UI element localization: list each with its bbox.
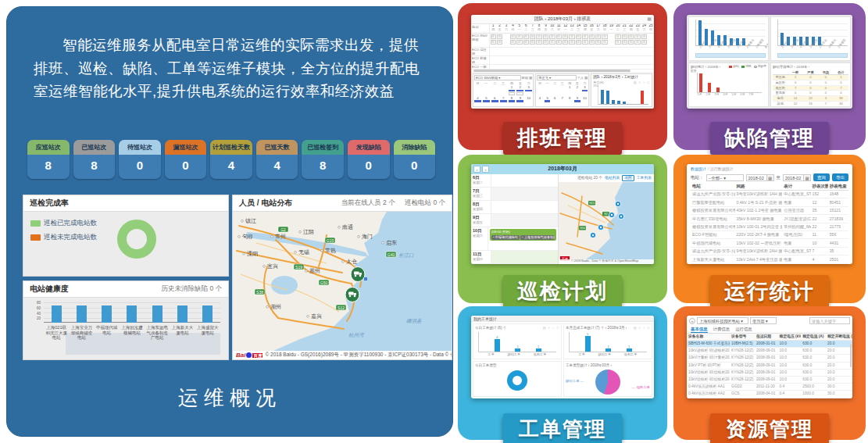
shift-chip[interactable]: 白 xyxy=(569,40,574,45)
tile-plan[interactable]: ‹›2018年03月6日星期二7日星期三8日星期四9日星期五10日星期六(08:… xyxy=(458,155,667,303)
mini-cal-day[interactable]: 7 xyxy=(499,96,508,107)
table-row[interactable]: 10kV计量柜 I段计量柜202KYN28-12(Z)2008-09-0110.… xyxy=(687,355,852,362)
tile-stats[interactable]: 数据统计/ 运行数据统计电站：--全部-- ▾2018-02▦至2018-02▦… xyxy=(673,155,866,303)
query-button[interactable]: 查询 xyxy=(813,173,830,181)
card-title[interactable]: 今日工单统计 (6) 个 xyxy=(475,326,506,330)
date-input-from[interactable]: 2018-02▦ xyxy=(746,174,774,181)
plan-day-row[interactable]: 10日星期六(08:00 开始)• 中福现代城电站• 上海东远电气设备制造厂电站 xyxy=(471,227,558,251)
export-button[interactable]: 导出 xyxy=(832,173,848,181)
chart-tool-icons[interactable]: ▤ ≡ ○ □ xyxy=(634,326,650,330)
mini-cal-day[interactable]: 3 xyxy=(524,85,533,96)
plan-day-row[interactable]: 9日星期五 xyxy=(471,214,558,227)
station-select[interactable]: --全部-- ▾ xyxy=(706,174,744,181)
shift-chip[interactable]: 白 xyxy=(523,34,529,39)
station-marker[interactable] xyxy=(590,232,595,238)
tile-schedule[interactable]: 团队 ‹ 2018年03月 › 排班表▦电站1四2五3六4日5一6二7三8四9五… xyxy=(458,3,667,150)
shift-chip[interactable]: 白 xyxy=(595,40,601,45)
shift-chip[interactable]: 白 xyxy=(595,34,601,39)
shift-chip[interactable]: 白 xyxy=(569,34,574,39)
shift-chip[interactable]: 白 xyxy=(582,34,588,39)
calendar-icon[interactable]: ▦ xyxy=(529,76,532,80)
menu-icon[interactable]: ≡ xyxy=(689,318,695,324)
shift-chip[interactable]: 白 xyxy=(510,34,516,39)
shift-chip[interactable]: 白 xyxy=(622,40,627,45)
plan-tab-1[interactable]: 地图 xyxy=(622,175,634,181)
shift-chip[interactable]: 白 xyxy=(491,40,496,45)
vehicle-marker[interactable] xyxy=(351,267,365,282)
shift-chip[interactable]: 白 xyxy=(543,40,548,45)
nav-button[interactable]: › xyxy=(482,166,489,173)
mini-cal-day[interactable]: 4 xyxy=(536,96,544,107)
mini-cal-day[interactable]: 6 xyxy=(491,96,499,107)
event-chip[interactable]: • 上海东远电气设备制造厂电站 xyxy=(520,235,555,240)
mini-cal-day[interactable]: 5 xyxy=(482,96,491,107)
mini-cal-day[interactable]: 7 xyxy=(559,96,566,107)
shift-chip[interactable]: 白 xyxy=(582,40,588,45)
plan-map[interactable]: G15G50S2百度© 2018 Baidu - Data © 长地万方 & O… xyxy=(559,182,654,264)
shift-chip[interactable]: 白 xyxy=(641,40,647,45)
shift-chip[interactable]: 白 xyxy=(628,40,634,45)
mini-cal-day[interactable]: 6 xyxy=(551,96,559,107)
shift-chip[interactable]: 白 xyxy=(576,34,581,39)
shift-chip[interactable]: 白 xyxy=(576,40,581,45)
card-title[interactable]: 本月完成工单统计 (7) 个 ‹ 2018年3月 › xyxy=(566,326,627,330)
table-row[interactable]: 10kV PT柜 I段PT柜KYN28-12(Z)2008-09-0110.06… xyxy=(687,363,852,370)
shift-chip[interactable]: 白 xyxy=(563,40,568,45)
shift-chip[interactable]: 白 xyxy=(615,40,620,45)
tile-defect[interactable]: 上海021上海宝业中福现代上海冠泓上海东远上海新天上海盛贸其他站上海021上海宝… xyxy=(673,3,866,150)
datazoom-band[interactable] xyxy=(695,53,766,58)
event-chip[interactable]: • 中福现代城电站 xyxy=(491,235,520,240)
shift-chip[interactable]: 白 xyxy=(563,34,568,39)
table-row[interactable]: 诚达九州产业园-安亭小路电站9号变10kV进线柜 1AH 侧电量中心配电室_ST… xyxy=(691,191,848,198)
table-row[interactable]: 10kV馈线柜 I段馈线柜203KYN28-12(Z)2008-09-0110.… xyxy=(687,370,852,377)
shift-chip[interactable]: 白 xyxy=(510,40,516,45)
mini-cal-day[interactable]: 9 xyxy=(516,96,524,107)
mini-cal-day[interactable]: 8 xyxy=(508,96,516,107)
plan-day-row[interactable]: 11日星期日 xyxy=(471,251,558,264)
card-title[interactable]: 今日工单类型 xyxy=(475,363,559,368)
shift-chip[interactable]: 白 xyxy=(536,40,541,45)
settings-icon[interactable]: ▦ xyxy=(647,16,652,23)
table-row[interactable]: 巴黎翡翠变配电站0.4kV 1号 S-21 P-总柜 侧电量电量1280451 xyxy=(691,198,848,206)
datazoom-band[interactable] xyxy=(777,53,848,58)
shift-chip[interactable]: 白 xyxy=(523,40,529,45)
chart-tool-icons[interactable]: ▤ ≡ ○ □ xyxy=(634,80,650,84)
tab-2[interactable]: 运行信息 xyxy=(735,326,752,333)
mini-cal-day[interactable] xyxy=(499,85,508,96)
shift-chip[interactable]: 白 xyxy=(549,40,555,45)
mini-cal-day[interactable]: 8 xyxy=(566,96,574,107)
mini-cal-day[interactable]: 2 xyxy=(573,85,581,96)
shift-chip[interactable]: 白 xyxy=(602,40,607,45)
shift-chip[interactable]: 白 xyxy=(622,34,627,39)
mini-cal-day[interactable] xyxy=(551,85,559,96)
search-input[interactable]: 请输入关键字 xyxy=(809,317,850,324)
mini-cal-day[interactable]: 10 xyxy=(581,96,589,107)
mini-cal-day[interactable] xyxy=(482,85,491,96)
shift-chip[interactable]: 白 xyxy=(556,34,562,39)
date-input-to[interactable]: 2018-02▦ xyxy=(783,174,811,181)
table-row[interactable]: 诚达九州产业园-安亭小路电站9号变10kV进线柜 2AH 侧电量中心配电室_ST… xyxy=(691,248,848,255)
card-title[interactable]: 缺陷等级统计 ‹ 2018年 › xyxy=(773,65,848,70)
shift-chip[interactable]: 白 xyxy=(497,40,502,45)
shift-chip[interactable]: 白 xyxy=(536,34,541,39)
breadcrumb-root[interactable]: 数据统计 xyxy=(691,166,706,171)
shift-chip[interactable]: 白 xyxy=(589,40,595,45)
mini-cal-day[interactable]: 10 xyxy=(524,96,533,107)
mini-cal-day[interactable]: 1 xyxy=(566,85,574,96)
table-row[interactable]: 中福现代城电站10kV 102-02 一层低压柜 侧电量电量104431 xyxy=(691,239,848,247)
shift-chip[interactable]: 白 xyxy=(530,40,535,45)
chart-tool-icons[interactable]: ▤ ≡ ○ □ xyxy=(543,326,559,330)
mini-cal-day[interactable]: 1 xyxy=(508,85,516,96)
tile-workorder[interactable]: 我的工单统计今日工单统计 (6) 个▤ ≡ ○ □411工单缺陷工单巡检工单本月… xyxy=(458,306,667,440)
mini-cal-day[interactable] xyxy=(473,85,482,96)
shift-chip[interactable]: 白 xyxy=(634,34,640,39)
plan-tab-0[interactable]: 电站列表 xyxy=(605,176,620,180)
table-row[interactable]: 0.4kV低压出线柜 AA2GCS2008-04-010.41000.030.0 xyxy=(687,391,852,398)
station-select[interactable]: 上海织城科技园区电站 ▾ xyxy=(697,317,748,324)
table-row[interactable]: 10kV馈线柜 I段馈线柜204KYN28-12(Z)2008-09-0110.… xyxy=(687,377,852,384)
vehicle-marker[interactable] xyxy=(345,288,359,302)
mini-cal-day[interactable] xyxy=(536,85,544,96)
mini-cal-day[interactable]: 5 xyxy=(544,96,552,107)
tab-0[interactable]: 基本信息 xyxy=(691,326,708,333)
shift-chip[interactable]: 白 xyxy=(602,34,607,39)
